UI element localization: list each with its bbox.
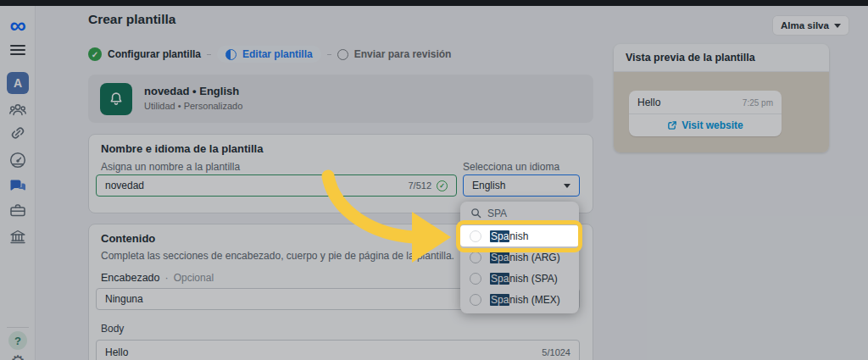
step-upcoming-icon (337, 49, 348, 60)
radio-icon (470, 230, 481, 242)
visit-website-button[interactable]: Visit website (629, 114, 782, 136)
business-tools-icon[interactable] (0, 201, 36, 221)
language-select[interactable]: English (463, 174, 580, 197)
language-select-value: English (472, 180, 564, 191)
account-initial: A (7, 72, 29, 94)
step-current-icon (225, 49, 236, 60)
name-field-label: Asigna un nombre a la plantilla (101, 161, 240, 173)
template-subtitle: Utilidad • Personalizado (144, 101, 242, 111)
preview-message-time: 7:25 pm (743, 98, 773, 108)
optional-tag: Opcional (174, 272, 214, 284)
preview-title: Vista previa de la plantilla (614, 44, 829, 72)
template-name-value: novedad (105, 180, 401, 191)
external-link-icon (667, 120, 677, 130)
name-section-heading: Nombre e idioma de la plantilla (101, 142, 263, 155)
bell-icon (100, 83, 132, 115)
preview-message-text: Hello (637, 97, 660, 108)
content-section-heading: Contenido (101, 232, 155, 245)
account-menu-button[interactable]: Alma silva (773, 16, 849, 35)
option-label: Spanish (ARG) (490, 252, 560, 263)
body-char-counter: 5/1024 (542, 347, 570, 357)
audience-icon[interactable] (0, 100, 36, 120)
search-icon (470, 208, 481, 219)
sidebar: ∞ A (0, 6, 36, 360)
sidebar-divider (7, 327, 29, 328)
commerce-bank-icon[interactable] (0, 227, 36, 247)
template-preview-panel: Vista previa de la plantilla Hello 7:25 … (614, 44, 829, 152)
step-complete-icon: ✓ (88, 47, 102, 61)
radio-icon (470, 252, 481, 263)
meta-logo-icon[interactable]: ∞ (0, 14, 36, 36)
links-icon[interactable] (0, 123, 36, 143)
option-label: Spanish (MEX) (490, 294, 560, 306)
account-name: Alma silva (781, 20, 829, 30)
template-name-input[interactable]: novedad 7/512 ✓ (96, 174, 457, 197)
language-dropdown: SPA Spanish Spanish (ARG) Spanish (SPA) … (460, 202, 579, 313)
radio-icon (470, 294, 481, 306)
language-option-spanish-spa[interactable]: Spanish (SPA) (460, 268, 579, 289)
name-char-counter: 7/512 (408, 180, 431, 191)
language-search-input[interactable]: SPA (460, 202, 579, 225)
chevron-down-icon (564, 184, 570, 188)
step-separator (327, 54, 331, 55)
page-title: Crear plantilla (88, 12, 175, 27)
header-field-label: Encabezado (101, 272, 160, 284)
inbox-chat-icon[interactable] (0, 175, 36, 196)
settings-gear-icon[interactable]: ⚙ (0, 352, 36, 360)
question-mark-icon: ? (8, 331, 27, 350)
option-label: Spanish (SPA) (490, 273, 558, 285)
language-option-spanish-mex[interactable]: Spanish (MEX) (460, 289, 579, 310)
option-label: Spanish (490, 230, 528, 242)
language-field-label: Selecciona un idioma (463, 161, 559, 173)
chevron-down-icon (834, 24, 841, 28)
body-text-input[interactable]: Hello 5/1024 (96, 340, 580, 360)
sidebar-account-tile[interactable]: A (0, 72, 36, 94)
body-field-label: Body (101, 323, 124, 335)
radio-icon (470, 273, 481, 285)
template-title: novedad • English (144, 85, 239, 97)
preview-message-bubble: Hello 7:25 pm Visit website (629, 91, 782, 136)
valid-check-icon: ✓ (437, 180, 448, 191)
step-separator (207, 54, 211, 55)
search-query: SPA (487, 208, 507, 219)
label-separator: · (165, 272, 169, 284)
window-top-bar (0, 0, 868, 6)
preview-chat-background: Hello 7:25 pm Visit website (614, 72, 829, 152)
step-review[interactable]: Enviar para revisión (354, 48, 452, 60)
template-summary-card: novedad • English Utilidad • Personaliza… (88, 75, 593, 123)
language-option-spanish-arg[interactable]: Spanish (ARG) (460, 246, 579, 268)
hamburger-menu-icon[interactable] (0, 43, 36, 57)
step-edit-label: Editar plantilla (242, 48, 313, 60)
help-button[interactable]: ? (0, 331, 36, 350)
visit-website-label: Visit website (682, 119, 743, 131)
body-text-value: Hello (105, 346, 535, 358)
app-window: ∞ A (0, 0, 868, 360)
language-option-spanish[interactable]: Spanish (460, 225, 579, 246)
step-edit[interactable]: Editar plantilla (217, 46, 321, 63)
performance-gauge-icon[interactable] (0, 150, 36, 170)
step-configure[interactable]: Configurar plantilla (108, 48, 201, 60)
stepper: ✓ Configurar plantilla Editar plantilla … (88, 46, 451, 63)
